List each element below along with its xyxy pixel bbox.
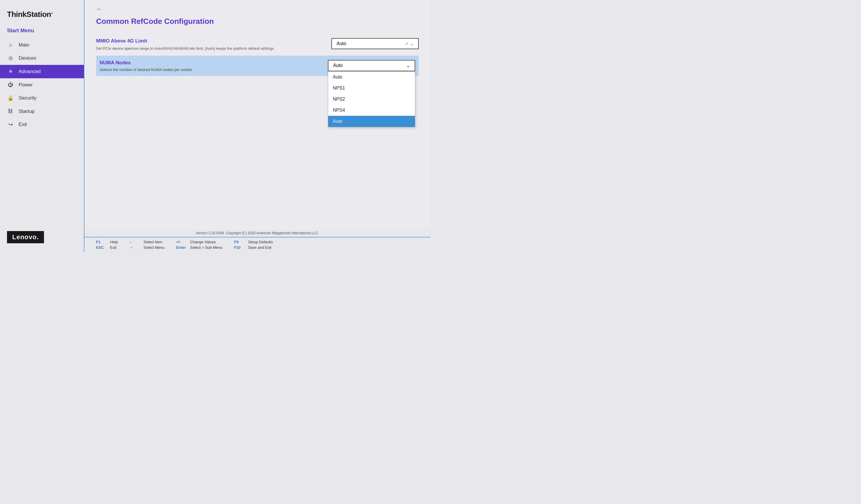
sidebar-item-power-label: Power bbox=[19, 82, 32, 88]
exit-icon: ↪ bbox=[7, 121, 14, 128]
shortcut-key-leftright: ↔ bbox=[129, 245, 141, 250]
sidebar-item-main-label: Main bbox=[19, 42, 29, 48]
shortcut-key-enter: Enter bbox=[176, 245, 188, 250]
numa-row: NUMA Nodes Selects the number of desired… bbox=[96, 56, 419, 76]
mmio-title: MMIO Above 4G Limit bbox=[96, 38, 326, 44]
sidebar-item-security-label: Security bbox=[19, 95, 37, 101]
chevron-down-icon: ⌄ bbox=[406, 63, 410, 68]
power-icon: ⏻ bbox=[7, 82, 14, 88]
devices-icon: ⊙ bbox=[7, 55, 14, 61]
bottom-bar: F1 Help ESC Exit ↕ Select Item ↔ bbox=[84, 237, 430, 252]
numa-option-nps2[interactable]: NPS2 bbox=[328, 94, 415, 105]
page-title: Common RefCode Configuration bbox=[96, 17, 419, 26]
shortcut-updown: ↕ Select Item bbox=[129, 240, 165, 244]
security-icon: 🔒 bbox=[7, 95, 14, 101]
sidebar-item-security[interactable]: 🔒 Security bbox=[0, 92, 84, 105]
sidebar-item-exit[interactable]: ↪ Exit bbox=[0, 118, 84, 131]
numa-info: NUMA Nodes Selects the number of desired… bbox=[99, 60, 322, 72]
sidebar-item-power[interactable]: ⏻ Power bbox=[0, 78, 84, 92]
sidebar-item-devices-label: Devices bbox=[19, 55, 36, 61]
mmio-dropdown[interactable]: Auto ✓ ⌄ bbox=[331, 38, 419, 49]
shortcut-f1: F1 Help bbox=[96, 240, 118, 244]
mmio-dropdown-value: Auto bbox=[337, 41, 346, 46]
start-menu-label: Start Menu bbox=[0, 28, 84, 38]
shortcut-key-updown: ↕ bbox=[129, 240, 141, 244]
sidebar-item-main[interactable]: ⌂ Main bbox=[0, 38, 84, 52]
mmio-description: Set PCIe device aperture range to Auto/4… bbox=[96, 46, 277, 52]
shortcut-key-esc: ESC bbox=[96, 245, 108, 250]
sidebar-item-advanced[interactable]: ✳ Advanced bbox=[0, 65, 84, 78]
advanced-icon: ✳ bbox=[7, 68, 14, 75]
shortcut-key-f10: F10 bbox=[234, 245, 246, 250]
shortcut-group-f1-esc: F1 Help ESC Exit bbox=[96, 240, 118, 250]
thinkstation-brand: ThinkStation● bbox=[7, 10, 77, 19]
lenovo-logo: Lenovo. bbox=[7, 231, 44, 243]
sidebar-nav: ⌂ Main ⊙ Devices ✳ Advanced ⏻ Power 🔒 Se… bbox=[0, 38, 84, 225]
numa-option-nps1[interactable]: NPS1 bbox=[328, 83, 415, 94]
shortcut-desc-change-values: Change Values bbox=[190, 240, 216, 244]
shortcut-key-f1: F1 bbox=[96, 240, 108, 244]
version-text: Version 2.20.0049. Copyright (C) 2020 Am… bbox=[196, 230, 319, 236]
shortcut-desc-sub-menu: Select > Sub-Menu bbox=[190, 245, 222, 250]
shortcut-plusminus: +/- Change Values bbox=[176, 240, 222, 244]
shortcut-leftright: ↔ Select Menu bbox=[129, 245, 165, 250]
brand-logo: ThinkStation● bbox=[0, 7, 84, 28]
shortcut-desc-exit: Exit bbox=[110, 245, 117, 250]
shortcut-key-f9: F9 bbox=[234, 240, 246, 244]
sidebar: ThinkStation● Start Menu ⌂ Main ⊙ Device… bbox=[0, 0, 84, 252]
sidebar-item-exit-label: Exit bbox=[19, 122, 27, 127]
sidebar-item-devices[interactable]: ⊙ Devices bbox=[0, 52, 84, 65]
shortcut-group-values: +/- Change Values Enter Select > Sub-Men… bbox=[176, 240, 222, 250]
sidebar-item-startup[interactable]: ⛓ Startup bbox=[0, 105, 84, 118]
mmio-row: MMIO Above 4G Limit Set PCIe device aper… bbox=[96, 34, 419, 56]
numa-title: NUMA Nodes bbox=[99, 60, 322, 66]
numa-option-nps4[interactable]: NPS4 bbox=[328, 105, 415, 116]
shortcuts-left: F1 Help ESC Exit ↕ Select Item ↔ bbox=[96, 240, 273, 250]
chevron-down-icon: ✓ ⌄ bbox=[405, 41, 413, 46]
shortcut-desc-save-exit: Save and Exit bbox=[248, 245, 271, 250]
mmio-info: MMIO Above 4G Limit Set PCIe device aper… bbox=[96, 38, 326, 52]
sidebar-item-startup-label: Startup bbox=[19, 109, 35, 114]
numa-dropdown[interactable]: Auto ⌄ bbox=[328, 60, 415, 71]
numa-dropdown-value: Auto bbox=[333, 63, 343, 68]
config-section: MMIO Above 4G Limit Set PCIe device aper… bbox=[96, 34, 419, 76]
shortcut-desc-setup-defaults: Setup Defaults bbox=[248, 240, 273, 244]
home-icon: ⌂ bbox=[7, 42, 14, 48]
shortcut-f10: F10 Save and Exit bbox=[234, 245, 273, 250]
back-button[interactable]: ← bbox=[96, 6, 102, 12]
shortcut-key-plusminus: +/- bbox=[176, 240, 188, 244]
shortcut-desc-select-menu: Select Menu bbox=[144, 245, 165, 250]
shortcut-desc-help: Help bbox=[110, 240, 118, 244]
numa-option-auto-selected[interactable]: Auto bbox=[328, 116, 415, 127]
numa-option-auto-top[interactable]: Auto bbox=[328, 72, 415, 83]
numa-dropdown-wrapper: Auto ⌄ Auto NPS1 NPS2 NPS4 Auto bbox=[328, 60, 415, 71]
main-content: ← Common RefCode Configuration MMIO Abov… bbox=[84, 0, 430, 229]
numa-description: Selects the number of desired NUMA nodes… bbox=[99, 68, 322, 72]
sidebar-item-advanced-label: Advanced bbox=[19, 69, 41, 74]
lenovo-logo-container: Lenovo. bbox=[0, 225, 84, 252]
shortcut-desc-select-item: Select Item bbox=[144, 240, 163, 244]
mmio-dropdown-container: Auto ✓ ⌄ bbox=[331, 38, 419, 49]
shortcut-f9: F9 Setup Defaults bbox=[234, 240, 273, 244]
numa-dropdown-options: Auto NPS1 NPS2 NPS4 Auto bbox=[328, 71, 415, 127]
shortcut-esc: ESC Exit bbox=[96, 245, 118, 250]
shortcut-group-f9-f10: F9 Setup Defaults F10 Save and Exit bbox=[234, 240, 273, 250]
shortcut-enter: Enter Select > Sub-Menu bbox=[176, 245, 222, 250]
shortcut-group-nav: ↕ Select Item ↔ Select Menu bbox=[129, 240, 165, 250]
startup-icon: ⛓ bbox=[7, 108, 14, 114]
